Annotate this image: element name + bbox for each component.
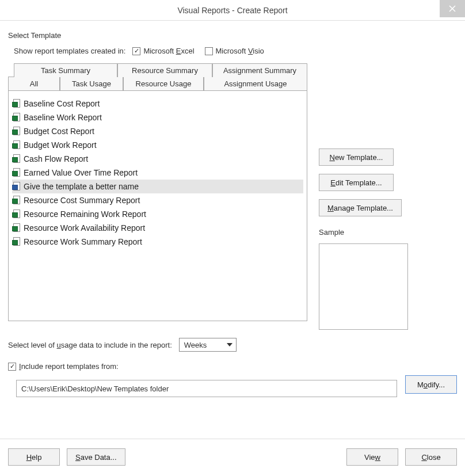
excel-file-icon [13, 223, 21, 233]
tab-assignment-usage[interactable]: Assignment Usage [204, 77, 307, 91]
list-item[interactable]: Baseline Cost Report [12, 97, 303, 111]
tab-row-summary: Task Summary Resource Summary Assignment… [8, 63, 307, 77]
templates-path-input[interactable]: C:\Users\Erik\Desktop\New Templates fold… [16, 380, 397, 397]
list-item[interactable]: Earned Value Over Time Report [12, 166, 303, 180]
manage-template-button[interactable]: Manage Template... [319, 199, 402, 216]
window-title: Visual Reports - Create Report [177, 6, 287, 15]
excel-file-icon [13, 196, 21, 205]
tab-resource-usage[interactable]: Resource Usage [123, 77, 204, 91]
close-icon [449, 5, 456, 12]
visio-checkbox[interactable] [205, 47, 213, 55]
excel-file-icon [13, 140, 21, 150]
usage-level-value: Weeks [184, 341, 207, 349]
list-item[interactable]: Budget Cost Report [12, 124, 303, 138]
list-item[interactable]: Resource Cost Summary Report [12, 193, 303, 207]
list-item-label: Resource Work Availability Report [24, 222, 145, 234]
template-list[interactable]: Baseline Cost ReportBaseline Work Report… [8, 91, 307, 321]
view-button[interactable]: View [346, 448, 398, 466]
usage-level-label: Select level of usage data to include in… [8, 341, 172, 349]
list-item-label: Earned Value Over Time Report [24, 167, 138, 178]
list-item[interactable]: Resource Work Summary Report [12, 235, 303, 249]
list-item[interactable]: Baseline Work Report [12, 111, 303, 124]
excel-file-icon [13, 113, 21, 122]
excel-checkbox-label: Microsoft Excel [143, 47, 194, 55]
list-item[interactable]: Budget Work Report [12, 138, 303, 152]
sample-label: Sample [319, 228, 457, 237]
list-item[interactable]: Cash Flow Report [12, 152, 303, 166]
list-item-label: Resource Work Summary Report [24, 236, 142, 247]
tab-task-summary[interactable]: Task Summary [14, 63, 117, 77]
sample-preview [319, 243, 408, 330]
tab-assignment-summary[interactable]: Assignment Summary [212, 63, 307, 77]
close-button[interactable]: Close [405, 448, 457, 466]
titlebar: Visual Reports - Create Report [0, 0, 465, 21]
excel-file-icon [13, 99, 21, 108]
list-item-label: Budget Work Report [24, 139, 97, 151]
list-item-label: Baseline Work Report [24, 112, 102, 123]
tab-all[interactable]: All [8, 77, 60, 91]
close-window-button[interactable] [440, 0, 465, 17]
visio-checkbox-label: Microsoft Visio [216, 47, 264, 55]
excel-file-icon [13, 210, 21, 219]
list-item[interactable]: Resource Remaining Work Report [12, 207, 303, 221]
save-data-button[interactable]: Save Data... [67, 448, 125, 466]
tab-resource-summary[interactable]: Resource Summary [117, 63, 212, 77]
list-item-label: Cash Flow Report [24, 153, 88, 165]
list-item[interactable]: Resource Work Availability Report [12, 221, 303, 235]
excel-file-icon [13, 168, 21, 177]
list-item-label: Resource Remaining Work Report [24, 208, 146, 220]
usage-level-select[interactable]: Weeks [179, 338, 237, 352]
select-template-label: Select Template [8, 31, 457, 40]
visio-file-icon [13, 182, 21, 191]
chevron-down-icon [227, 343, 232, 346]
excel-checkbox[interactable] [132, 47, 140, 55]
excel-file-icon [13, 154, 21, 163]
excel-file-icon [13, 237, 21, 246]
edit-template-button[interactable]: Edit Template... [319, 174, 394, 191]
include-templates-label: Include report templates from: [19, 362, 119, 371]
list-item-label: Baseline Cost Report [24, 98, 100, 109]
list-item-label: Budget Cost Report [24, 125, 94, 137]
show-templates-label: Show report templates created in: [14, 47, 125, 55]
excel-file-icon [13, 127, 21, 136]
tab-row-usage: All Task Usage Resource Usage Assignment… [8, 77, 307, 91]
new-template-button[interactable]: New Template... [319, 148, 394, 166]
list-item-label: Give the template a better name [24, 181, 139, 192]
modify-button[interactable]: Modify... [405, 375, 457, 394]
help-button[interactable]: Help [8, 448, 60, 466]
tab-task-usage[interactable]: Task Usage [60, 77, 123, 91]
list-item-label: Resource Cost Summary Report [24, 195, 140, 206]
include-templates-checkbox[interactable] [8, 363, 16, 371]
list-item[interactable]: Give the template a better name [12, 180, 303, 193]
